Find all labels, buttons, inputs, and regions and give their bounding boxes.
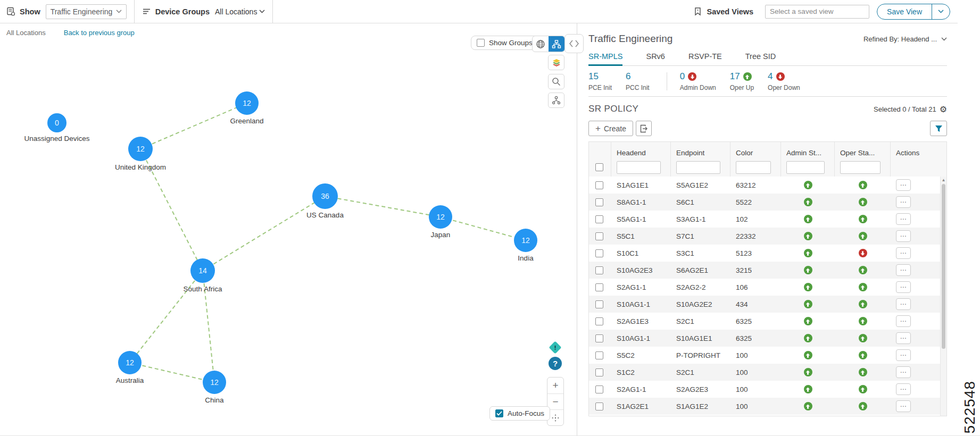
map-alert-icon[interactable]: ! [549, 341, 561, 354]
table-row[interactable]: S10C1 S3C1 5123 ⋯ [589, 245, 946, 262]
row-checkbox[interactable] [595, 334, 603, 342]
panel-collapse-handle[interactable] [564, 34, 584, 53]
table-row[interactable]: S10AG2E3 S6AG2E1 3215 ⋯ [589, 262, 946, 279]
map-node-greenland[interactable]: 12 [235, 91, 259, 115]
cell-color: 6325 [730, 334, 781, 342]
row-checkbox[interactable] [595, 249, 603, 257]
row-checkbox[interactable] [595, 232, 603, 240]
row-checkbox[interactable] [595, 385, 603, 393]
column-header-headend[interactable]: Headend [611, 142, 671, 158]
row-actions-button[interactable]: ⋯ [896, 383, 911, 395]
table-row[interactable]: S1AG2E1 S1AG1E2 100 ⋯ [589, 398, 946, 415]
table-row[interactable]: S1AG1E1 S5AG1E2 63212 ⋯ [589, 177, 946, 194]
table-body: S1AG1E1 S5AG1E2 63212 ⋯ S8AG1-1 S6C1 552… [589, 177, 946, 416]
scrollbar-thumb[interactable] [942, 184, 945, 349]
row-checkbox[interactable] [595, 317, 603, 325]
row-actions-button[interactable]: ⋯ [896, 366, 911, 378]
row-checkbox[interactable] [595, 351, 603, 359]
device-groups-value[interactable]: All Locations [215, 7, 257, 16]
row-actions-button[interactable]: ⋯ [896, 281, 911, 293]
save-view-menu-button[interactable] [932, 4, 950, 19]
row-actions-button[interactable]: ⋯ [896, 179, 911, 191]
auto-focus-checkbox[interactable] [495, 409, 503, 417]
filter-input-endpoint[interactable] [676, 161, 720, 174]
map-node-united-kingdom[interactable]: 12 [128, 137, 153, 161]
table-scrollbar[interactable]: ▲ [940, 177, 946, 416]
tab-sr-mpls[interactable]: SR-MPLS [588, 52, 622, 65]
filter-input-headend[interactable] [617, 161, 661, 174]
row-checkbox[interactable] [595, 198, 603, 206]
table-row[interactable]: S10AG1-1 S10AG2E2 434 ⋯ [589, 296, 946, 313]
scrollbar-up-arrow[interactable]: ▲ [941, 178, 946, 182]
column-header-admin-st-[interactable]: Admin St... [781, 142, 835, 158]
zoom-out-button[interactable]: − [547, 393, 563, 409]
map-node-china[interactable]: 12 [203, 371, 226, 394]
table-row[interactable]: S2AG1-1 S2AG2-2 106 ⋯ [589, 279, 946, 296]
zoom-in-button[interactable]: + [547, 378, 563, 393]
row-actions-button[interactable]: ⋯ [896, 400, 911, 412]
map-node-australia[interactable]: 12 [118, 351, 142, 374]
row-actions-button[interactable]: ⋯ [896, 349, 911, 361]
table-settings-gear-icon[interactable]: ⚙ [940, 104, 947, 114]
filter-button[interactable] [930, 121, 947, 136]
refined-by-dropdown[interactable]: Refined By: Headend ... [863, 35, 947, 43]
help-button[interactable]: ? [549, 357, 562, 370]
table-row[interactable]: S2AG1E3 S2C1 6325 ⋯ [589, 313, 946, 330]
table-row[interactable]: S5C2 P-TOPRIGHT 100 ⋯ [589, 347, 946, 364]
row-checkbox[interactable] [595, 215, 603, 223]
map-node-india[interactable]: 12 [514, 229, 537, 252]
table-row[interactable]: S10AG1-1 S10AG1E1 6325 ⋯ [589, 330, 946, 347]
create-button[interactable]: + Create [588, 121, 633, 136]
row-checkbox[interactable] [595, 266, 603, 274]
export-button[interactable] [636, 121, 652, 136]
table-row[interactable]: S2AG1-1 S2AG2E3 100 ⋯ [589, 381, 946, 398]
auto-focus-toggle[interactable]: Auto-Focus [489, 406, 550, 421]
row-checkbox[interactable] [595, 403, 603, 410]
row-actions-button[interactable]: ⋯ [896, 213, 911, 225]
map-node-japan[interactable]: 12 [429, 205, 452, 229]
row-actions-button[interactable]: ⋯ [896, 298, 911, 310]
tab-tree-sid[interactable]: Tree SID [745, 52, 776, 65]
topology-map[interactable]: 0Unassigned Devices12Greenland12United K… [0, 23, 577, 436]
row-checkbox[interactable] [595, 300, 603, 308]
table-row[interactable]: S8AG1-1 S6C1 5522 ⋯ [589, 194, 946, 211]
map-layers-button[interactable] [548, 55, 564, 70]
row-checkbox[interactable] [595, 368, 603, 376]
row-actions-button[interactable]: ⋯ [896, 264, 911, 276]
show-groups-toggle[interactable]: Show Groups [471, 36, 538, 50]
row-actions-button[interactable]: ⋯ [896, 315, 911, 327]
saved-view-input[interactable] [765, 5, 869, 19]
back-to-previous-group-link[interactable]: Back to previous group [64, 29, 135, 37]
table-row[interactable]: S1C2 S2C1 100 ⋯ [589, 364, 946, 381]
map-search-button[interactable] [548, 74, 564, 89]
row-checkbox[interactable] [595, 181, 603, 189]
map-hierarchy-button[interactable] [548, 93, 564, 108]
show-groups-checkbox[interactable] [477, 39, 485, 47]
table-row[interactable]: S5AG1-1 S3AG1-1 102 ⋯ [589, 211, 946, 228]
geo-map-view-button[interactable] [533, 36, 549, 52]
column-header-color[interactable]: Color [730, 142, 781, 158]
column-header-endpoint[interactable]: Endpoint [671, 142, 730, 158]
tab-rsvp-te[interactable]: RSVP-TE [688, 52, 722, 65]
show-select[interactable]: Traffic Engineering [46, 4, 127, 19]
filter-input-admin-st-[interactable] [786, 161, 825, 174]
logical-map-view-button[interactable] [549, 36, 564, 52]
row-actions-button[interactable]: ⋯ [896, 196, 911, 208]
table-row[interactable]: S5C1 S7C1 22332 ⋯ [589, 228, 946, 245]
map-node-us-canada[interactable]: 36 [312, 183, 338, 209]
row-actions-button[interactable]: ⋯ [896, 247, 911, 259]
column-header-actions[interactable]: Actions [891, 142, 941, 158]
filter-input-oper-sta-[interactable] [840, 161, 881, 174]
column-header-oper-sta-[interactable]: Oper Sta... [835, 142, 891, 158]
save-view-button[interactable]: Save View [877, 4, 950, 20]
map-node-south-africa[interactable]: 14 [190, 258, 215, 283]
filter-input-color[interactable] [736, 161, 771, 174]
row-checkbox[interactable] [595, 283, 603, 291]
row-actions-button[interactable]: ⋯ [896, 332, 911, 344]
map-node-unassigned[interactable]: 0 [47, 113, 67, 132]
select-all-checkbox[interactable] [595, 163, 603, 171]
chevron-down-icon[interactable] [259, 10, 265, 13]
tab-srv6[interactable]: SRv6 [646, 52, 665, 65]
row-actions-button[interactable]: ⋯ [896, 230, 911, 242]
save-view-label[interactable]: Save View [877, 4, 932, 19]
